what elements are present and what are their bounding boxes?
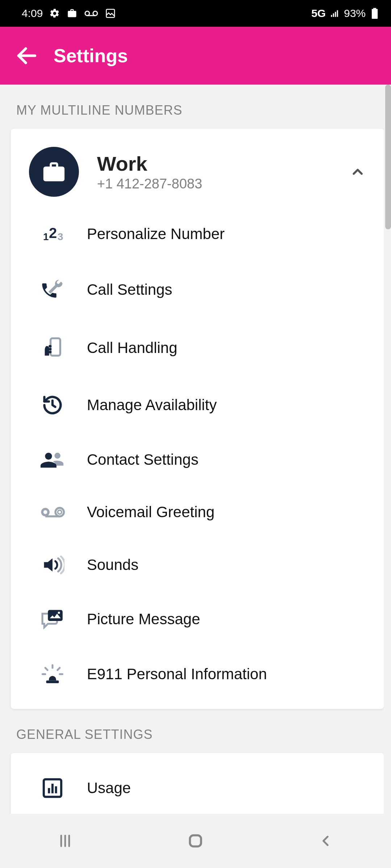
svg-rect-15 bbox=[49, 345, 51, 348]
briefcase-icon bbox=[67, 8, 77, 19]
svg-rect-5 bbox=[333, 13, 334, 17]
svg-point-21 bbox=[58, 510, 62, 514]
svg-point-19 bbox=[43, 510, 47, 514]
item-manage-availability[interactable]: Manage Availability bbox=[11, 377, 384, 433]
svg-text:1: 1 bbox=[43, 231, 49, 242]
section-label-general: GENERAL SETTINGS bbox=[11, 709, 384, 753]
svg-rect-39 bbox=[190, 835, 201, 847]
line-name: Work bbox=[97, 152, 350, 175]
item-label: E911 Personal Information bbox=[87, 665, 267, 683]
item-label: Manage Availability bbox=[87, 396, 217, 414]
item-usage[interactable]: Usage bbox=[11, 760, 384, 814]
svg-point-0 bbox=[85, 11, 89, 16]
svg-text:2: 2 bbox=[49, 225, 57, 241]
system-nav-bar bbox=[0, 814, 391, 868]
svg-line-27 bbox=[58, 668, 60, 670]
svg-rect-14 bbox=[51, 338, 60, 356]
battery-icon bbox=[369, 8, 380, 19]
phone-hand-icon bbox=[36, 336, 69, 359]
signal-icon bbox=[329, 8, 340, 19]
history-icon bbox=[36, 394, 69, 416]
back-nav-button[interactable] bbox=[313, 828, 339, 854]
svg-rect-16 bbox=[49, 348, 51, 350]
svg-rect-17 bbox=[49, 351, 51, 353]
status-bar: 4:09 5G 93% bbox=[0, 0, 391, 27]
item-picture-message[interactable]: Picture Message bbox=[11, 592, 384, 647]
page-title: Settings bbox=[54, 45, 128, 67]
app-bar: Settings bbox=[0, 27, 391, 85]
general-card: Usage ? Help bbox=[11, 753, 384, 814]
section-label-multiline: MY MULTILINE NUMBERS bbox=[11, 85, 384, 129]
recents-button[interactable] bbox=[52, 828, 78, 854]
svg-rect-6 bbox=[335, 12, 336, 17]
item-personalize-number[interactable]: 1 2 3 Personalize Number bbox=[11, 208, 384, 260]
svg-rect-23 bbox=[48, 610, 63, 621]
svg-rect-7 bbox=[337, 10, 338, 17]
usage-chart-icon bbox=[36, 778, 69, 799]
svg-line-26 bbox=[45, 668, 47, 670]
svg-point-20 bbox=[55, 508, 64, 516]
svg-text:3: 3 bbox=[58, 231, 63, 242]
svg-rect-4 bbox=[331, 15, 332, 17]
chevron-up-icon bbox=[350, 164, 366, 180]
phone-wrench-icon bbox=[36, 278, 69, 302]
svg-rect-9 bbox=[373, 8, 376, 9]
scrollbar[interactable] bbox=[385, 85, 391, 229]
item-call-settings[interactable]: Call Settings bbox=[11, 260, 384, 319]
item-label: Voicemail Greeting bbox=[87, 503, 215, 521]
item-contact-settings[interactable]: Contact Settings bbox=[11, 433, 384, 486]
item-label: Call Settings bbox=[87, 281, 172, 298]
item-label: Contact Settings bbox=[87, 451, 198, 468]
item-label: Picture Message bbox=[87, 610, 200, 628]
back-button[interactable] bbox=[14, 43, 39, 68]
line-number: +1 412-287-8083 bbox=[97, 176, 350, 192]
voicemail-icon bbox=[36, 506, 69, 519]
svg-rect-8 bbox=[372, 9, 378, 19]
speaker-icon bbox=[36, 556, 69, 574]
item-call-handling[interactable]: Call Handling bbox=[11, 319, 384, 377]
briefcase-avatar-icon bbox=[29, 147, 79, 197]
battery-percent: 93% bbox=[344, 7, 366, 20]
item-e911[interactable]: E911 Personal Information bbox=[11, 647, 384, 702]
line-header[interactable]: Work +1 412-287-8083 bbox=[11, 136, 384, 208]
item-label: Sounds bbox=[87, 556, 138, 574]
item-label: Call Handling bbox=[87, 339, 177, 357]
picture-message-icon bbox=[36, 609, 69, 629]
status-time: 4:09 bbox=[22, 7, 43, 20]
contacts-icon bbox=[36, 451, 69, 469]
numbers-icon: 1 2 3 bbox=[36, 225, 69, 243]
picture-status-icon bbox=[105, 8, 116, 19]
svg-rect-30 bbox=[46, 681, 59, 684]
content-scroll[interactable]: MY MULTILINE NUMBERS Work +1 412-287-808… bbox=[0, 85, 384, 814]
voicemail-status-icon bbox=[84, 8, 98, 19]
item-label: Usage bbox=[87, 779, 131, 797]
network-type: 5G bbox=[311, 7, 326, 20]
home-button[interactable] bbox=[183, 828, 208, 854]
svg-point-1 bbox=[93, 11, 97, 16]
svg-point-24 bbox=[58, 612, 60, 614]
item-voicemail-greeting[interactable]: Voicemail Greeting bbox=[11, 486, 384, 538]
gear-icon bbox=[49, 8, 60, 19]
multiline-card: Work +1 412-287-8083 1 2 3 Personalize N… bbox=[11, 129, 384, 709]
item-label: Personalize Number bbox=[87, 225, 225, 243]
emergency-light-icon bbox=[36, 664, 69, 684]
item-sounds[interactable]: Sounds bbox=[11, 538, 384, 592]
